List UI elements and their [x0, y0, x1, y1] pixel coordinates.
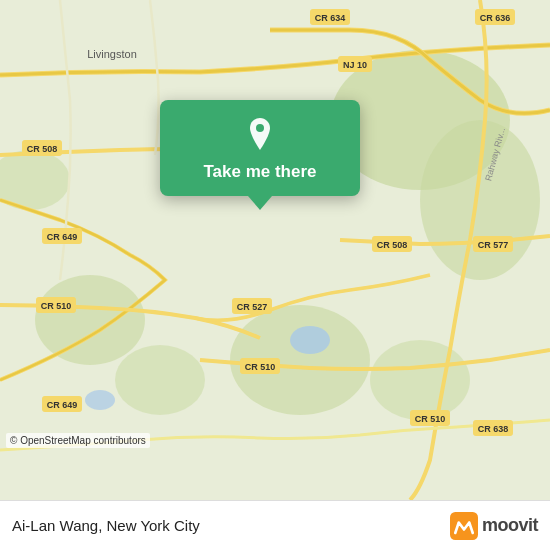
svg-text:CR 634: CR 634 [315, 13, 346, 23]
svg-text:CR 638: CR 638 [478, 424, 509, 434]
svg-text:CR 527: CR 527 [237, 302, 268, 312]
moovit-logo[interactable]: moovit [450, 512, 538, 540]
svg-text:NJ 10: NJ 10 [343, 60, 367, 70]
svg-rect-39 [450, 512, 478, 540]
svg-text:CR 577: CR 577 [478, 240, 509, 250]
moovit-text: moovit [482, 515, 538, 536]
bottom-bar: Ai-Lan Wang, New York City moovit [0, 500, 550, 550]
svg-text:CR 510: CR 510 [41, 301, 72, 311]
svg-text:CR 508: CR 508 [27, 144, 58, 154]
take-me-there-card[interactable]: Take me there [160, 100, 360, 196]
osm-attribution: © OpenStreetMap contributors [6, 433, 150, 448]
svg-point-8 [290, 326, 330, 354]
map-background: CR 634 CR 636 NJ 10 CR 508 CR 508 CR 577… [0, 0, 550, 500]
svg-point-2 [420, 120, 540, 280]
svg-point-4 [115, 345, 205, 415]
svg-text:CR 510: CR 510 [415, 414, 446, 424]
moovit-logo-icon [450, 512, 478, 540]
location-pin-icon [241, 116, 279, 154]
svg-text:CR 510: CR 510 [245, 362, 276, 372]
svg-text:Livingston: Livingston [87, 48, 137, 60]
svg-point-38 [256, 124, 264, 132]
svg-point-3 [35, 275, 145, 365]
svg-point-9 [85, 390, 115, 410]
svg-point-6 [370, 340, 470, 420]
svg-text:CR 649: CR 649 [47, 400, 78, 410]
svg-text:CR 636: CR 636 [480, 13, 511, 23]
svg-text:CR 508: CR 508 [377, 240, 408, 250]
card-label: Take me there [203, 162, 316, 182]
location-name: Ai-Lan Wang, New York City [12, 517, 200, 534]
map-container: CR 634 CR 636 NJ 10 CR 508 CR 508 CR 577… [0, 0, 550, 500]
svg-text:CR 649: CR 649 [47, 232, 78, 242]
